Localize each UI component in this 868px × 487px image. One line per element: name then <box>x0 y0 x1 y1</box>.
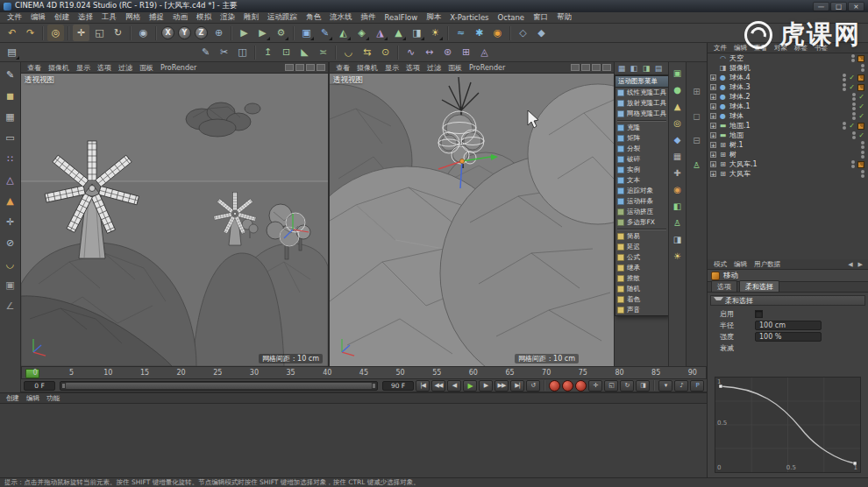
material-manager-menu-item[interactable]: 创建 <box>3 394 23 403</box>
viewport-menu-item[interactable]: 显示 <box>381 63 402 73</box>
close-button[interactable]: × <box>848 2 864 11</box>
visibility-dot-bottom[interactable] <box>852 116 856 120</box>
object-row[interactable]: +●球体.2✓ <box>708 92 868 102</box>
add-environment-dropdown[interactable]: ▲ <box>390 25 407 41</box>
viewport-menu-item[interactable]: 摄像机 <box>353 63 381 73</box>
quantize-icon[interactable]: ∠ <box>3 299 18 314</box>
menubar-item[interactable]: 插件 <box>357 12 381 23</box>
timeline-tick[interactable]: 25 <box>211 369 224 377</box>
texture-tag-icon[interactable] <box>857 74 864 81</box>
visibility-dots[interactable] <box>852 131 856 139</box>
mograph-menu-item[interactable]: 网格克隆工具 <box>615 109 668 119</box>
visibility-dot-bottom[interactable] <box>861 155 864 159</box>
add-camera-dropdown[interactable]: ◨ <box>409 25 425 41</box>
sound-toggle-button[interactable]: ♪ <box>674 380 688 392</box>
knife-icon[interactable]: ✂ <box>216 44 232 60</box>
plugin-icon-1[interactable]: ◇ <box>515 25 531 41</box>
menubar-item[interactable]: RealFlow <box>381 13 423 22</box>
range-bar[interactable] <box>66 383 372 389</box>
attribute-tab[interactable]: 柔和选择 <box>739 280 779 292</box>
previous-frame-button[interactable]: ◀ <box>447 380 461 392</box>
enabled-check-icon[interactable]: ✓ <box>858 103 864 110</box>
visibility-dot-top[interactable] <box>843 83 846 87</box>
menubar-item[interactable]: 脚本 <box>422 12 445 23</box>
attribute-manager-menu-item[interactable]: 用户数据 <box>751 260 784 269</box>
menubar-item[interactable]: X-Particles <box>445 13 493 22</box>
smooth-icon[interactable]: ∿ <box>402 44 419 60</box>
last-tool-icon[interactable]: ◉ <box>135 25 152 41</box>
menubar-item[interactable]: 捕捉 <box>145 12 168 23</box>
dock-figure-icon[interactable]: ♙ <box>691 159 703 171</box>
visibility-dot-top[interactable] <box>843 74 846 77</box>
next-frame-button[interactable]: ▶ <box>479 380 493 392</box>
timeline-tick[interactable]: 40 <box>321 369 333 377</box>
add-generator-dropdown[interactable]: ◈ <box>353 25 370 41</box>
bridge-icon[interactable]: ≍ <box>315 44 331 60</box>
menubar-item[interactable]: 网格 <box>121 12 145 23</box>
visibility-dot-bottom[interactable] <box>861 145 864 149</box>
strip-ring-icon[interactable]: ◎ <box>672 116 684 129</box>
bevel-icon[interactable]: ◣ <box>296 44 313 60</box>
enable-snap-icon[interactable]: ◡ <box>3 257 18 272</box>
viewport-menu-item[interactable]: 面板 <box>445 63 466 73</box>
visibility-dot-bottom[interactable] <box>843 78 846 81</box>
lock-z-button[interactable]: Z <box>195 26 208 39</box>
object-row[interactable]: +▬地面✓ <box>708 131 868 140</box>
mograph-menu-item[interactable]: 声音 <box>615 305 668 315</box>
viewport-filter-icon[interactable] <box>592 64 601 71</box>
visibility-dot-top[interactable] <box>852 93 856 96</box>
strip-green-cube-icon[interactable]: ▣ <box>672 67 684 79</box>
mograph-menu-item[interactable]: 推散 <box>615 273 668 284</box>
menubar-item[interactable]: 编辑 <box>26 12 50 23</box>
triangulate-icon[interactable]: ◬ <box>476 44 493 60</box>
expand-toggle[interactable]: + <box>710 142 716 148</box>
object-manager-menu-item[interactable]: 书签 <box>811 44 831 53</box>
mograph-menu-item[interactable]: 追踪对象 <box>615 186 668 196</box>
mograph-menu-item[interactable]: 分裂 <box>615 144 668 154</box>
menubar-item[interactable]: Octane <box>494 13 530 22</box>
object-row[interactable]: +●球体✓ <box>708 111 868 121</box>
enabled-check-icon[interactable]: ✓ <box>849 74 855 81</box>
polygons-mode-icon[interactable]: ▲ <box>3 194 18 208</box>
timeline-range-slider[interactable] <box>60 381 378 391</box>
visibility-dot-top[interactable] <box>861 170 864 173</box>
attribute-checkbox[interactable] <box>755 310 763 318</box>
edges-mode-icon[interactable]: △ <box>3 173 18 187</box>
menubar-item[interactable]: 帮助 <box>552 12 576 23</box>
viewport-2[interactable]: 查看摄像机显示选项过滤面板ProRender 透视视图 <box>330 62 614 366</box>
polygon-pen-icon[interactable]: ✎ <box>197 44 214 60</box>
autokeying-button[interactable] <box>562 380 573 392</box>
magnet-icon[interactable]: ◡ <box>340 44 357 60</box>
object-row[interactable]: +⊞大风车.1 <box>708 159 868 169</box>
scale-icon[interactable]: ◱ <box>91 25 108 41</box>
history-forward-icon[interactable]: ▶ <box>856 261 865 268</box>
object-manager-menu-item[interactable]: 文件 <box>710 44 730 53</box>
viewport-menu-item[interactable]: 查看 <box>332 63 353 73</box>
undo-icon[interactable]: ↶ <box>4 25 20 41</box>
menubar-item[interactable]: 窗口 <box>529 12 552 23</box>
dock-icon-2[interactable]: ◻ <box>691 109 703 122</box>
mograph-menu-item[interactable]: 多边形FX <box>615 217 668 228</box>
viewport-maximize-icon[interactable] <box>317 64 325 71</box>
falloff-curve-editor[interactable]: 1 0.5 0 0.5 1 <box>715 377 861 473</box>
strip-tool-icon[interactable]: ✚ <box>672 166 684 179</box>
axis-lock-icon[interactable]: ⊘ <box>3 236 18 251</box>
mograph-menu-item[interactable]: 随机 <box>615 284 668 294</box>
viewport-menu-item[interactable]: 过滤 <box>423 63 445 73</box>
timeline-tick[interactable]: 55 <box>430 369 443 377</box>
mograph-menu-item[interactable]: 破碎 <box>615 154 668 165</box>
history-back-icon[interactable]: ◀ <box>845 261 855 268</box>
render-view-button[interactable]: ▶ <box>236 25 253 41</box>
add-cube-dropdown[interactable]: ▣ <box>298 25 315 41</box>
keyframe-selection-button[interactable] <box>575 380 587 392</box>
viewport-menu-item[interactable]: 选项 <box>94 63 115 73</box>
viewport-menu-item[interactable]: 显示 <box>73 63 94 73</box>
visibility-dot-top[interactable] <box>852 131 856 135</box>
visibility-dot-bottom[interactable] <box>851 59 855 62</box>
strip-green-sphere-icon[interactable]: ● <box>672 83 684 95</box>
texture-tag-icon[interactable] <box>857 84 864 91</box>
strip-blue-gem-icon[interactable]: ◆ <box>672 133 684 145</box>
expand-toggle[interactable]: + <box>710 132 716 138</box>
viewport1-canvas[interactable]: 透视视图 <box>21 74 328 366</box>
play-button[interactable]: ▶ <box>463 380 477 392</box>
